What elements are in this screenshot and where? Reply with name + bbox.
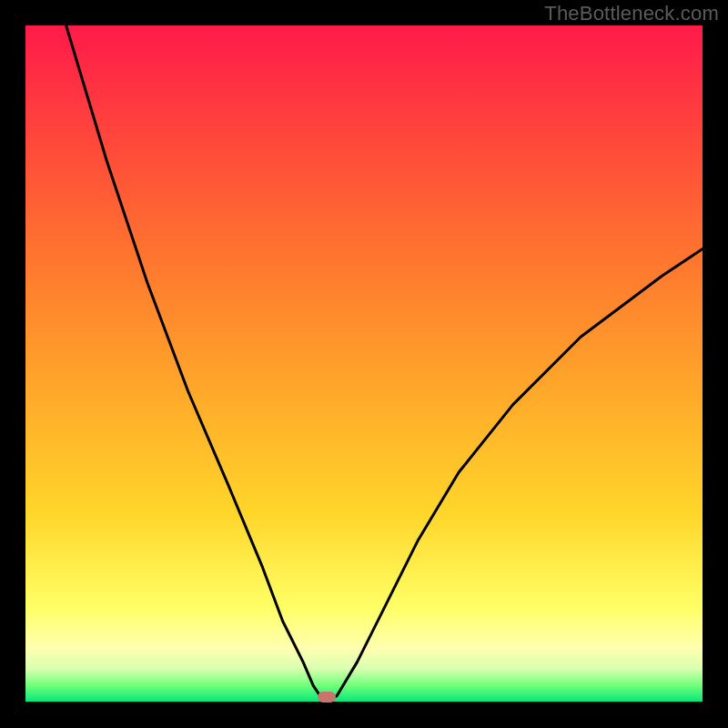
optimal-point-marker (318, 692, 336, 703)
plot-area (25, 25, 703, 703)
chart-frame: TheBottleneck.com (0, 0, 728, 728)
watermark-text: TheBottleneck.com (544, 2, 719, 25)
bottleneck-curve (25, 25, 703, 703)
